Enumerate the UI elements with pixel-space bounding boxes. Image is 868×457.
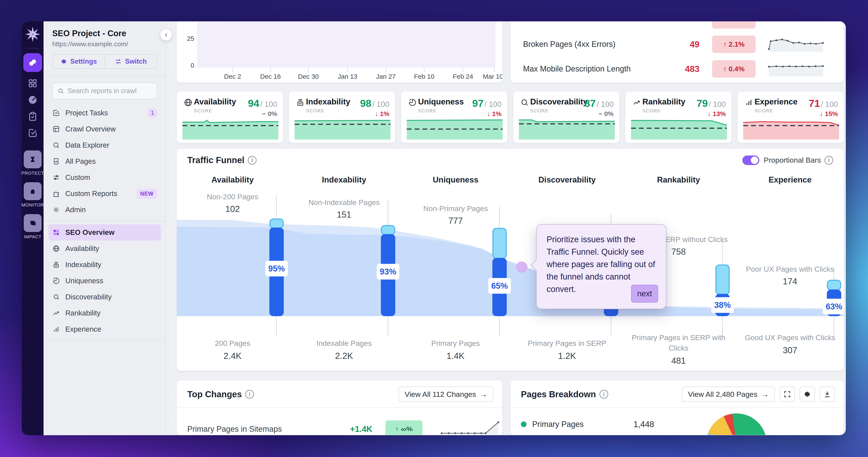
info-icon[interactable]: i [248,156,256,165]
table-icon [52,125,60,133]
rail-tasks-icon[interactable] [27,128,38,138]
tooltip-anchor-dot [516,261,527,273]
pages-icon [52,158,60,165]
index-lines-icon [52,261,60,268]
x-tick: Mar 10 [483,73,502,80]
score-mini-chart [631,118,727,140]
metric-row[interactable]: Broken Pages (4xx Errors) 49 ↑ 2.1% [510,32,844,56]
info-icon[interactable]: i [245,390,254,399]
score-card-uniqueness[interactable]: Uniqueness SCORE 97 / 100 ↓ 1% [401,92,507,143]
score-delta: − 0% [248,110,277,117]
trend-chart-card: 25 0 Dec 2 Dec 16 Dec 30 Jan 13 Jan 27 F… [177,21,502,82]
sidebar-collapse-button[interactable]: ‹ [160,29,172,41]
rail-impact-label: IMPACT [24,234,41,239]
funnel-column-header: Uniqueness [400,175,511,184]
score-card-availability[interactable]: Availability SCORE 94 / 100 − 0% [177,92,283,143]
change-label: Primary Pages in Sitemaps [187,425,340,434]
score-mini-chart [519,118,615,140]
score-mini-chart [743,118,839,140]
x-tick: Jan 27 [376,73,396,80]
view-all-changes-button[interactable]: View All 112 Changes → [399,387,493,402]
delta-badge [712,21,756,29]
top-changes-title: Top Changes [187,390,242,399]
score-card-experience[interactable]: Experience SCORE 71 / 100 ↓ 15% [738,92,844,143]
expand-icon [783,390,791,398]
view-all-pages-button[interactable]: View All 2,480 Pages → [682,387,775,402]
divider [177,407,502,408]
rail-protect[interactable]: PROTECT [22,150,44,176]
settings-button[interactable]: Settings [53,55,104,68]
sidebar-item-seo-overview[interactable]: SEO Overview [48,224,161,240]
info-icon[interactable]: i [599,390,608,399]
info-icon[interactable]: i [825,156,833,165]
sidebar-item-data-explorer[interactable]: Data Explorer [48,137,161,153]
funnel-bottom-label: Indexable Pages 2.2K [294,338,394,361]
traffic-funnel-card: Traffic Funnel i Proportional Bars i Ava… [177,149,844,371]
toggle-label: Proportional Bars [764,156,821,164]
rail-dashboard-icon[interactable] [27,78,38,88]
impact-icon [24,214,41,232]
sidebar-item-indexability[interactable]: Indexability [48,257,161,273]
tasks-count-badge: 1 [148,108,157,117]
search-input[interactable] [67,87,152,95]
sidebar-item-discoverability[interactable]: Discoverability [48,289,161,305]
icon-rail: PROTECT MONITOR IMPACT [22,21,43,435]
menu-label: Admin [65,206,86,214]
funnel-column-header: Indexability [288,175,400,184]
proportional-bars-toggle[interactable] [742,155,760,165]
settings-chart-button[interactable] [800,387,815,402]
gear-icon [60,58,67,65]
score-mini-chart [407,118,503,140]
rail-gauge-icon[interactable] [27,95,38,105]
score-card-indexability[interactable]: Indexability SCORE 98 / 100 ↓ 1% [289,92,395,143]
switch-label: Switch [125,58,147,65]
rail-monitor[interactable]: MONITOR [22,182,44,207]
sidebar-item-custom-reports[interactable]: Custom Reports NEW [48,185,161,202]
rail-impact[interactable]: IMPACT [24,214,41,239]
score-card-discoverability[interactable]: Discoverability SCORE 87 / 100 − 0% [513,92,619,143]
trend-up-icon [631,97,642,107]
rail-analyze-active-icon[interactable] [23,53,42,72]
legend-item[interactable]: Paginated 2+ Pages 777 [521,434,844,435]
trend-up-icon [52,309,60,317]
divider [510,407,844,408]
monitor-icon [24,182,41,200]
sidebar-item-all-pages[interactable]: All Pages [48,153,161,169]
expand-button[interactable] [780,387,795,402]
menu-label: Custom Reports [65,190,117,198]
arrow-right-icon: → [761,390,769,399]
legend-item[interactable]: Primary Pages 1,448 [521,418,844,431]
sidebar-item-experience[interactable]: Experience [48,321,161,337]
sidebar-item-availability[interactable]: Availability [48,240,161,257]
x-tick: Feb 10 [414,73,434,80]
funnel-column-header: Experience [734,175,844,184]
app-window: PROTECT MONITOR IMPACT SEO Project - Cor… [22,21,846,435]
score-value: 94 [248,97,259,109]
sidebar-item-project-tasks[interactable]: Project Tasks 1 [48,105,161,121]
sidebar-item-uniqueness[interactable]: Uniqueness [48,273,161,289]
score-card-rankability[interactable]: Rankability SCORE 79 / 100 ↓ 13% [625,92,732,143]
sidebar-item-crawl-overview[interactable]: Crawl Overview [48,121,161,137]
sparkline [440,419,501,435]
rail-clipboard-icon[interactable] [27,111,38,122]
tooltip-next-button[interactable]: next [631,285,658,303]
sidebar-item-rankability[interactable]: Rankability [48,305,161,321]
menu-label: Project Tasks [65,109,108,117]
download-button[interactable] [820,387,835,402]
top-changes-card: Top Changes i View All 112 Changes → Pri… [177,380,502,435]
change-row[interactable]: Primary Pages in Sitemaps +1.4K ↑ ∞% [177,419,502,435]
menu-label: Custom [65,173,90,182]
funnel-column-header: Discoverability [511,175,623,184]
metric-value: 483 [662,64,700,74]
metric-row[interactable]: Max Mobile Description Length 483 ↑ 0.4% [510,57,844,81]
sidebar-item-admin[interactable]: Admin [48,202,161,218]
download-icon [824,390,831,398]
metrics-list-card: Broken Pages (4xx Errors) 49 ↑ 2.1% Max … [510,21,844,82]
sidebar-item-custom[interactable]: Custom [48,169,161,185]
menu-label: All Pages [65,157,96,166]
switch-project-button[interactable]: Switch [104,55,157,68]
globe-icon [52,245,60,253]
gear-icon [52,206,60,214]
onboarding-tooltip: Prioritize issues with the Traffic Funne… [536,224,666,309]
index-lines-icon [294,97,306,107]
